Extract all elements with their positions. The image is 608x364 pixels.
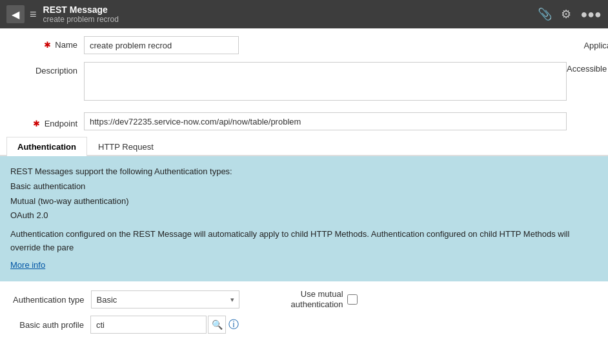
basic-auth-profile-search-button[interactable]: 🔍 bbox=[208, 316, 226, 334]
name-label: ✱ Name bbox=[13, 36, 84, 50]
form-right: Application ⓘ Accessible from This appli… bbox=[567, 36, 608, 108]
back-button[interactable]: ◀ bbox=[6, 5, 25, 23]
mutual-auth-label: Use mutual authentication bbox=[291, 289, 343, 311]
info-description: Authentication configured on the REST Me… bbox=[10, 228, 598, 255]
name-required: ✱ bbox=[44, 40, 51, 50]
tab-http-request[interactable]: HTTP Request bbox=[87, 137, 165, 156]
settings-button[interactable]: ⚙ bbox=[561, 7, 571, 21]
endpoint-row: ✱ Endpoint bbox=[0, 112, 608, 137]
description-row: Description bbox=[13, 62, 567, 101]
application-label: Application bbox=[567, 41, 608, 50]
more-button[interactable]: ●●● bbox=[580, 8, 602, 21]
info-line-oauth: OAuth 2.0 bbox=[10, 209, 598, 223]
info-title: REST Messages support the following Auth… bbox=[10, 165, 598, 179]
menu-icon[interactable]: ≡ bbox=[30, 8, 37, 21]
info-line-basic: Basic authentication bbox=[10, 180, 598, 194]
auth-type-select-wrapper: Basic Mutual (two-way authentication) OA… bbox=[91, 290, 239, 308]
tab-authentication[interactable]: Authentication bbox=[6, 137, 87, 156]
mutual-auth-checkbox[interactable] bbox=[347, 294, 358, 305]
form-left: ✱ Name Description bbox=[13, 36, 567, 108]
accessible-from-label: Accessible from bbox=[567, 64, 608, 74]
auth-type-label: Authentication type bbox=[13, 295, 91, 305]
basic-auth-profile-info-button[interactable]: ⓘ bbox=[228, 318, 239, 332]
endpoint-label: ✱ Endpoint bbox=[13, 115, 84, 128]
back-icon: ◀ bbox=[12, 8, 19, 21]
description-label: Description bbox=[13, 62, 84, 76]
endpoint-required: ✱ bbox=[33, 119, 40, 128]
application-row: Application ⓘ bbox=[567, 36, 608, 54]
tabs-bar: Authentication HTTP Request bbox=[0, 137, 608, 156]
sub-title: create problem recrod bbox=[43, 15, 538, 24]
description-input[interactable] bbox=[84, 62, 567, 101]
name-row: ✱ Name bbox=[13, 36, 567, 54]
header: ◀ ≡ REST Message create problem recrod 📎… bbox=[0, 0, 608, 28]
basic-auth-profile-label: Basic auth profile bbox=[13, 320, 90, 330]
name-input[interactable] bbox=[84, 36, 239, 54]
header-title-block: REST Message create problem recrod bbox=[43, 5, 538, 24]
info-line-mutual: Mutual (two-way authentication) bbox=[10, 195, 598, 208]
accessible-from-row: Accessible from This application scope o… bbox=[567, 59, 608, 77]
info-circle-icon: ⓘ bbox=[228, 318, 239, 332]
info-panel: REST Messages support the following Auth… bbox=[0, 156, 608, 281]
main-title: REST Message bbox=[43, 5, 538, 15]
more-info-link[interactable]: More info bbox=[10, 260, 45, 270]
top-form: ✱ Name Description Application ⓘ Accessi… bbox=[0, 28, 608, 112]
auth-type-select[interactable]: Basic Mutual (two-way authentication) OA… bbox=[91, 290, 239, 308]
basic-auth-profile-input[interactable] bbox=[90, 316, 207, 334]
attachment-button[interactable]: 📎 bbox=[538, 7, 552, 21]
header-icons: 📎 ⚙ ●●● bbox=[538, 7, 602, 21]
auth-type-section: Authentication type Basic Mutual (two-wa… bbox=[0, 281, 608, 315]
mutual-auth-block: Use mutual authentication bbox=[291, 289, 358, 311]
endpoint-input[interactable] bbox=[84, 112, 567, 130]
basic-auth-profile-row: Basic auth profile 🔍 ⓘ bbox=[0, 314, 608, 340]
search-icon: 🔍 bbox=[212, 319, 223, 330]
